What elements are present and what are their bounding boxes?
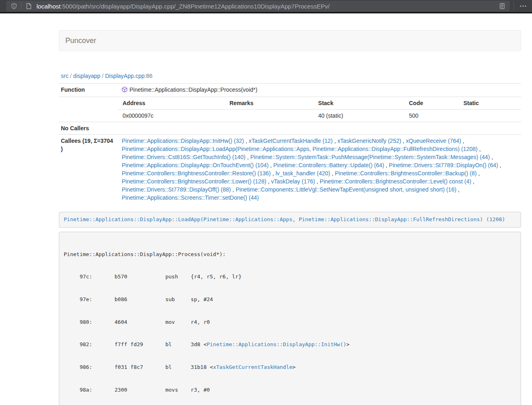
callee-link[interactable]: Pinetime::Components::LittleVgl::SetNewT… bbox=[236, 186, 457, 193]
col-header-address: Address bbox=[118, 97, 224, 110]
breadcrumb-separator: / bbox=[100, 73, 105, 79]
symbol-cube-icon bbox=[122, 86, 127, 95]
no-callers-row: No Callers bbox=[59, 122, 521, 135]
callees-row: Callees (19, Σ=3704 ) Pinetime::Applicat… bbox=[59, 135, 521, 204]
symbol-table: Function Pinetime::Applications::Display… bbox=[59, 83, 521, 204]
callee-separator: , bbox=[269, 162, 274, 168]
no-callers-label: No Callers bbox=[59, 122, 118, 135]
breadcrumb-src-link[interactable]: src bbox=[61, 73, 69, 79]
tracking-shield-icon[interactable] bbox=[9, 2, 18, 11]
callee-link[interactable]: Pinetime::Applications::DisplayApp::Init… bbox=[122, 138, 244, 144]
page-content: Puncover src / displayapp / DisplayApp.c… bbox=[59, 30, 521, 405]
callee-separator: , bbox=[471, 178, 474, 185]
callee-link[interactable]: Pinetime::Controllers::BrightnessControl… bbox=[335, 170, 476, 177]
asm-line: 97c: b570 push {r4, r5, r6, lr} bbox=[64, 273, 516, 281]
toolbar-divider bbox=[514, 2, 514, 10]
symbol-stats-row-spacer bbox=[59, 97, 118, 122]
disassembly-box: Pinetime::Applications::DisplayApp::Proc… bbox=[59, 232, 521, 405]
callees-cell: Pinetime::Applications::DisplayApp::Init… bbox=[118, 135, 521, 204]
callee-link[interactable]: Pinetime::Controllers::BrightnessControl… bbox=[320, 178, 471, 185]
address-bar[interactable]: localhost:5000/path/src/displayapp/Displ… bbox=[6, 1, 510, 11]
callee-separator: , bbox=[333, 138, 338, 144]
asm-line: 980: 4604 mov r4, r0 bbox=[64, 319, 516, 326]
callee-separator: , bbox=[461, 138, 464, 144]
asm-symbol-link[interactable]: xTaskGetCurrentTaskHandle bbox=[213, 364, 293, 370]
stats-value-row: 0x0000097c 40 (static) 500 bbox=[118, 110, 521, 122]
col-header-remarks: Remarks bbox=[224, 97, 313, 110]
callee-link[interactable]: vTaskDelay (176) bbox=[271, 178, 315, 185]
callee-separator: , bbox=[477, 170, 480, 177]
callee-separator: , bbox=[384, 162, 389, 168]
callee-separator: , bbox=[271, 170, 276, 177]
url-host: localhost bbox=[37, 3, 60, 10]
brand-link[interactable]: Puncover bbox=[59, 37, 96, 45]
breadcrumb-line-number: :86 bbox=[144, 73, 152, 79]
site-navbar: Puncover bbox=[59, 30, 521, 51]
address-value: 0x0000097c bbox=[118, 110, 224, 122]
callee-link[interactable]: Pinetime::Controllers::BrightnessControl… bbox=[122, 170, 271, 177]
callee-link[interactable]: Pinetime::Applications::DisplayApp::OnTo… bbox=[122, 162, 269, 168]
asm-line: 98a: 2300 movs r3, #0 bbox=[64, 386, 516, 394]
no-callers-cell bbox=[118, 122, 521, 135]
breadcrumb-separator: / bbox=[69, 73, 73, 79]
symbol-stats-cell: Address Remarks Stack Code Static 0x0000… bbox=[118, 97, 521, 122]
static-value bbox=[459, 110, 521, 122]
col-header-stack: Stack bbox=[313, 97, 404, 110]
callee-link[interactable]: lv_task_handler (420) bbox=[276, 170, 330, 177]
callee-separator: , bbox=[246, 154, 250, 160]
highlighted-symbol-box: Pinetime::Applications::DisplayApp::Load… bbox=[59, 212, 521, 228]
callee-separator: , bbox=[231, 186, 236, 193]
breadcrumb-displayapp-link[interactable]: displayapp bbox=[73, 73, 100, 79]
asm-label-line: Pinetime::Applications::DisplayApp::Proc… bbox=[64, 251, 516, 259]
asm-symbol-link[interactable]: Pinetime::Applications::DisplayApp::Init… bbox=[207, 341, 346, 347]
page-icon[interactable] bbox=[24, 2, 33, 11]
callee-link[interactable]: Pinetime::Drivers::Cst816S::GetTouchInfo… bbox=[122, 154, 246, 160]
browser-toolbar: localhost:5000/path/src/displayapp/Displ… bbox=[0, 0, 532, 13]
callee-link[interactable]: Pinetime::Drivers::St7789::DisplayOn() (… bbox=[389, 162, 498, 168]
asm-line: 97e: b086 sub sp, #24 bbox=[64, 296, 516, 304]
url-path: :5000/path/src/displayapp/DisplayApp.cpp… bbox=[60, 3, 330, 10]
callee-link[interactable]: Pinetime::Controllers::Battery::Update()… bbox=[274, 162, 384, 168]
asm-line: 986: f031 f8c7 bl 31b18 <xTaskGetCurrent… bbox=[64, 364, 516, 371]
col-header-static: Static bbox=[459, 97, 521, 110]
callee-link[interactable]: Pinetime::Controllers::BrightnessControl… bbox=[122, 178, 266, 185]
callee-separator: , bbox=[401, 138, 406, 144]
callee-link[interactable]: Pinetime::Drivers::St7789::DisplayOff() … bbox=[122, 186, 231, 193]
callee-separator: , bbox=[490, 154, 493, 160]
code-value: 500 bbox=[404, 110, 459, 122]
function-row-label: Function bbox=[59, 84, 118, 97]
callee-separator: , bbox=[266, 178, 271, 185]
callee-link[interactable]: Pinetime::System::SystemTask::PushMessag… bbox=[250, 154, 490, 160]
callees-label: Callees (19, Σ=3704 ) bbox=[59, 135, 118, 204]
highlighted-symbol-link[interactable]: Pinetime::Applications::DisplayApp::Load… bbox=[64, 216, 505, 222]
callee-separator: , bbox=[330, 170, 335, 177]
callee-separator: , bbox=[498, 162, 502, 168]
remarks-value bbox=[224, 110, 313, 122]
stats-header-row: Address Remarks Stack Code Static bbox=[118, 97, 521, 110]
urlbar-divider bbox=[21, 2, 22, 10]
url-text[interactable]: localhost:5000/path/src/displayapp/Displ… bbox=[37, 3, 498, 10]
callee-link[interactable]: Pinetime::Applications::DisplayApp::Load… bbox=[122, 146, 478, 152]
callee-separator: , bbox=[315, 178, 320, 185]
col-header-code: Code bbox=[404, 97, 459, 110]
function-row: Function Pinetime::Applications::Display… bbox=[59, 84, 521, 97]
asm-line: 982: f7ff fd29 bl 3d8 <Pinetime::Applica… bbox=[64, 341, 516, 349]
callee-separator: , bbox=[478, 146, 481, 152]
callee-separator: , bbox=[457, 186, 460, 193]
symbol-stats-row: Address Remarks Stack Code Static 0x0000… bbox=[59, 97, 521, 122]
reader-view-icon[interactable] bbox=[498, 2, 506, 11]
callee-link[interactable]: Pinetime::Applications::Screens::Timer::… bbox=[122, 194, 259, 201]
callee-separator: , bbox=[244, 138, 249, 144]
symbol-stats-table: Address Remarks Stack Code Static 0x0000… bbox=[118, 97, 521, 122]
overflow-menu-icon[interactable] bbox=[518, 1, 528, 11]
stack-value: 40 (static) bbox=[313, 110, 404, 122]
callee-link[interactable]: xTaskGetCurrentTaskHandle (12) bbox=[249, 138, 333, 144]
callee-link[interactable]: xTaskGenericNotify (252) bbox=[337, 138, 401, 144]
function-symbol-name: Pinetime::Applications::DisplayApp::Proc… bbox=[129, 86, 257, 93]
callee-link[interactable]: xQueueReceive (764) bbox=[406, 138, 461, 144]
function-symbol-cell: Pinetime::Applications::DisplayApp::Proc… bbox=[118, 84, 521, 97]
breadcrumb: src / displayapp / DisplayApp.cpp:86 bbox=[59, 72, 521, 80]
breadcrumb-file-link[interactable]: DisplayApp.cpp bbox=[105, 73, 144, 79]
